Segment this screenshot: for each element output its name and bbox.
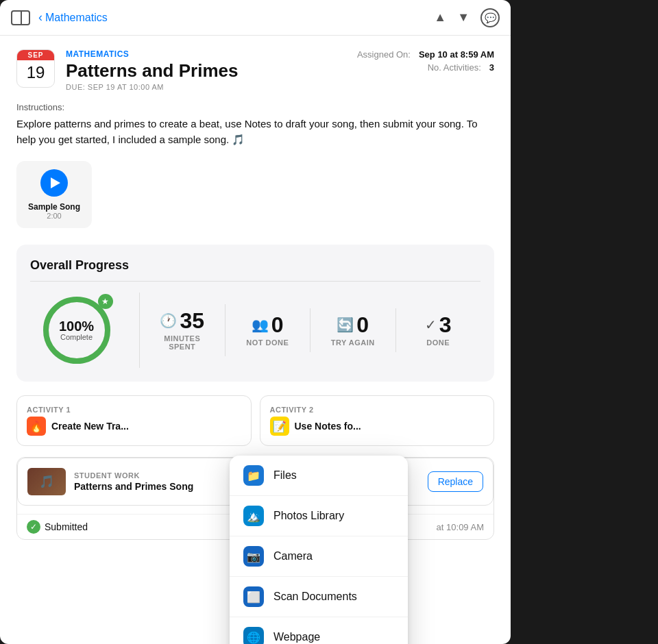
activity-1-meta: ACTIVITY 1 xyxy=(27,406,241,414)
nav-actions: ▲ ▼ 💬 xyxy=(434,8,500,27)
comment-button[interactable]: 💬 xyxy=(480,8,500,27)
instructions-section: Instructions: Explore patterns and prime… xyxy=(16,102,494,147)
activity-1-icon-row: 🔥 Create New Tra... xyxy=(27,417,241,436)
not-done-icon: 👥 xyxy=(252,317,269,333)
nav-bar: ‹ Mathematics ▲ ▼ 💬 xyxy=(0,0,511,36)
activity-row: ACTIVITY 1 🔥 Create New Tra... ACTIVITY … xyxy=(16,395,494,446)
progress-title: Overall Progress xyxy=(30,258,480,282)
not-done-label: NOT DONE xyxy=(246,338,289,347)
stat-not-done: 👥 0 NOT DONE xyxy=(226,308,311,352)
dropdown-scan[interactable]: ⬜ Scan Documents xyxy=(230,577,408,617)
play-button[interactable] xyxy=(40,169,68,197)
dropdown-webpage[interactable]: 🌐 Webpage xyxy=(230,617,408,644)
progress-stats: 100% Complete ★ 🕐 35 MINUTES SPENT xyxy=(30,293,480,368)
right-panel xyxy=(511,0,658,644)
song-card[interactable]: Sample Song 2:00 xyxy=(16,161,92,228)
dropdown-files[interactable]: 📁 Files xyxy=(230,456,408,496)
webpage-label: Webpage xyxy=(273,631,320,643)
submitted-time: at 10:09 AM xyxy=(437,522,484,532)
sidebar-toggle[interactable] xyxy=(11,10,30,25)
replace-button[interactable]: Replace xyxy=(428,471,483,492)
dropdown-camera[interactable]: 📷 Camera xyxy=(230,536,408,577)
stat-done: ✓ 3 DONE xyxy=(396,308,481,352)
calendar-day: 19 xyxy=(17,60,54,85)
back-label: Mathematics xyxy=(45,12,108,24)
progress-circle-container: 100% Complete ★ xyxy=(30,293,140,368)
song-duration: 2:00 xyxy=(47,212,61,220)
photos-icon: 🏔️ xyxy=(243,506,264,526)
activity-card-1[interactable]: ACTIVITY 1 🔥 Create New Tra... xyxy=(16,395,252,446)
files-icon: 📁 xyxy=(243,465,264,486)
down-arrow-button[interactable]: ▼ xyxy=(457,10,470,25)
assigned-value: Sep 10 at 8:59 AM xyxy=(419,49,494,60)
progress-complete-label: Complete xyxy=(59,333,94,341)
stat-minutes: 🕐 35 MINUTES SPENT xyxy=(140,304,226,356)
activity-2-icon: 📝 xyxy=(270,417,289,436)
assignment-meta: Assigned On: Sep 10 at 8:59 AM No. Activ… xyxy=(357,49,494,91)
scan-icon: ⬜ xyxy=(243,586,264,607)
webpage-icon: 🌐 xyxy=(243,627,264,644)
activity-2-name: Use Notes fo... xyxy=(295,421,361,432)
files-label: Files xyxy=(273,469,297,482)
calendar-month: SEP xyxy=(17,50,54,60)
activity-1-icon: 🔥 xyxy=(27,417,46,436)
calendar-icon: SEP 19 xyxy=(16,49,55,88)
progress-percent: 100% xyxy=(59,319,94,333)
instructions-label: Instructions: xyxy=(16,102,494,112)
dropdown-photos[interactable]: 🏔️ Photos Library xyxy=(230,496,408,536)
activity-1-name: Create New Tra... xyxy=(51,421,129,432)
instructions-text: Explore patterns and primes to create a … xyxy=(16,116,494,147)
dropdown-menu: 📁 Files 🏔️ Photos Library 📷 Camera ⬜ Sca… xyxy=(230,456,408,644)
try-again-label: TRY AGAIN xyxy=(331,338,375,347)
activities-value: 3 xyxy=(489,62,494,73)
photos-label: Photos Library xyxy=(273,510,344,522)
student-work-thumbnail: 🎵 xyxy=(27,468,66,495)
scan-label: Scan Documents xyxy=(273,591,357,603)
activity-2-meta: ACTIVITY 2 xyxy=(270,406,485,414)
camera-icon: 📷 xyxy=(243,546,264,567)
assigned-label: Assigned On: xyxy=(357,49,411,60)
progress-circle: 100% Complete ★ xyxy=(39,293,114,368)
done-icon: ✓ xyxy=(425,317,437,333)
assignment-header: SEP 19 MATHEMATICS Patterns and Primes D… xyxy=(16,49,494,91)
submitted-label: Submitted xyxy=(45,521,88,532)
try-again-value: 0 xyxy=(356,314,369,336)
up-arrow-button[interactable]: ▲ xyxy=(434,10,446,25)
nav-back-button[interactable]: ‹ Mathematics xyxy=(38,10,108,25)
progress-section: Overall Progress 100% Complete ★ xyxy=(16,245,494,382)
due-date: DUE: SEP 19 AT 10:00 AM xyxy=(66,83,343,91)
play-icon xyxy=(51,177,60,188)
camera-label: Camera xyxy=(273,550,313,562)
activity-2-icon-row: 📝 Use Notes fo... xyxy=(270,417,485,436)
comment-icon: 💬 xyxy=(485,12,496,23)
assignment-info: MATHEMATICS Patterns and Primes DUE: SEP… xyxy=(66,49,343,91)
minutes-value: 35 xyxy=(180,310,204,332)
not-done-value: 0 xyxy=(271,314,284,336)
minutes-label: MINUTES SPENT xyxy=(151,334,214,351)
try-again-icon: 🔄 xyxy=(337,317,354,333)
star-badge: ★ xyxy=(98,294,113,309)
song-title: Sample Song xyxy=(28,202,80,212)
back-chevron-icon: ‹ xyxy=(38,10,42,25)
done-value: 3 xyxy=(439,314,452,336)
clock-icon: 🕐 xyxy=(160,312,177,329)
activity-card-2[interactable]: ACTIVITY 2 📝 Use Notes fo... xyxy=(260,395,495,446)
subject-label: MATHEMATICS xyxy=(66,49,343,59)
submitted-check-icon: ✓ xyxy=(27,520,40,534)
assignment-title: Patterns and Primes xyxy=(66,60,343,82)
activities-label: No. Activities: xyxy=(428,62,481,73)
done-label: DONE xyxy=(426,338,450,347)
stat-try-again: 🔄 0 TRY AGAIN xyxy=(310,308,396,352)
